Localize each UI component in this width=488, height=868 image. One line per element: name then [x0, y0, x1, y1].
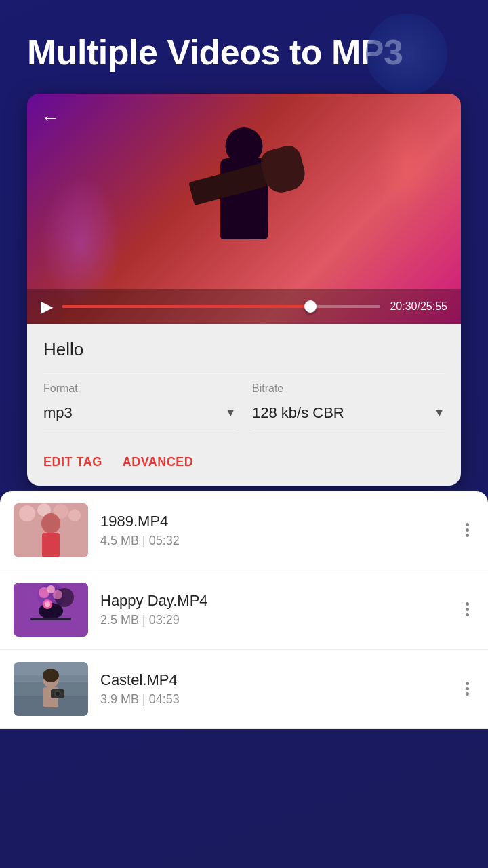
- svg-rect-7: [42, 533, 60, 557]
- format-value: mp3: [43, 404, 73, 422]
- file-meta-3: 3.9 MB | 04:53: [100, 692, 448, 707]
- file-info-2: Happy Day.MP4 2.5 MB | 03:29: [100, 592, 448, 627]
- video-card: ← ▶ 20:30/25:55 Hello Format mp3: [27, 94, 461, 486]
- file-title-2: Happy Day.MP4: [100, 592, 448, 610]
- svg-point-19: [45, 601, 50, 607]
- header-decoration: [366, 14, 447, 95]
- player-figure: [183, 127, 305, 283]
- video-controls: ▶ 20:30/25:55: [27, 289, 461, 324]
- back-button[interactable]: ←: [41, 107, 60, 129]
- file-name: Hello: [43, 339, 445, 370]
- list-item: 1989.MP4 4.5 MB | 05:32: [0, 491, 488, 570]
- video-thumbnail: ← ▶ 20:30/25:55: [27, 94, 461, 324]
- svg-point-29: [43, 669, 59, 682]
- format-row: Format mp3 ▼ Bitrate 128 kb/s CBR ▼: [43, 382, 445, 429]
- format-select[interactable]: mp3 ▼: [43, 397, 236, 429]
- app-container: Multiple Videos to MP3 ← ▶: [0, 0, 488, 868]
- file-title-3: Castel.MP4: [100, 671, 448, 689]
- advanced-button[interactable]: ADVANCED: [123, 455, 194, 469]
- bitrate-value: 128 kb/s CBR: [252, 404, 344, 422]
- svg-point-14: [47, 585, 55, 593]
- file-thumbnail-1: [14, 503, 88, 557]
- more-options-2[interactable]: [460, 599, 474, 619]
- info-panel: Hello Format mp3 ▼ Bitrate 128 kb/s CBR …: [27, 324, 461, 486]
- file-list: 1989.MP4 4.5 MB | 05:32: [0, 491, 488, 729]
- bitrate-dropdown-arrow: ▼: [434, 407, 445, 419]
- format-group: Format mp3 ▼: [43, 382, 236, 429]
- action-buttons: EDIT TAG ADVANCED: [43, 441, 445, 486]
- file-info-1: 1989.MP4 4.5 MB | 05:32: [100, 513, 448, 548]
- file-thumbnail-3: [14, 662, 88, 716]
- bitrate-select[interactable]: 128 kb/s CBR ▼: [252, 397, 445, 429]
- bitrate-group: Bitrate 128 kb/s CBR ▼: [252, 382, 445, 429]
- file-thumbnail-2: [14, 583, 88, 637]
- list-item: Castel.MP4 3.9 MB | 04:53: [0, 650, 488, 729]
- file-meta-2: 2.5 MB | 03:29: [100, 613, 448, 627]
- edit-tag-button[interactable]: EDIT TAG: [43, 455, 102, 469]
- svg-point-1: [19, 505, 35, 521]
- svg-rect-20: [30, 618, 71, 620]
- progress-fill: [62, 305, 310, 308]
- time-display: 20:30/25:55: [390, 300, 447, 313]
- more-options-3[interactable]: [460, 679, 474, 698]
- format-dropdown-arrow: ▼: [225, 407, 236, 419]
- header: Multiple Videos to MP3: [0, 0, 488, 87]
- play-button[interactable]: ▶: [41, 297, 53, 316]
- format-label: Format: [43, 382, 236, 395]
- file-meta-1: 4.5 MB | 05:32: [100, 534, 448, 548]
- svg-point-5: [41, 513, 60, 534]
- bitrate-label: Bitrate: [252, 382, 445, 395]
- list-item: Happy Day.MP4 2.5 MB | 03:29: [0, 570, 488, 650]
- progress-thumb[interactable]: [304, 300, 317, 313]
- file-title-1: 1989.MP4: [100, 513, 448, 530]
- file-info-3: Castel.MP4 3.9 MB | 04:53: [100, 671, 448, 707]
- svg-point-4: [68, 509, 81, 521]
- progress-bar[interactable]: [62, 305, 380, 308]
- svg-point-28: [56, 692, 60, 696]
- more-options-1[interactable]: [460, 520, 474, 540]
- smoke-effect-right: [373, 114, 441, 216]
